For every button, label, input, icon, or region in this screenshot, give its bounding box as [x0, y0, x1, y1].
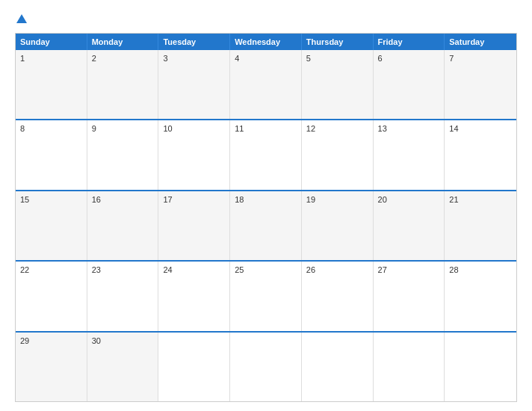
day-number: 27 [378, 265, 387, 274]
calendar-cell: 29 [16, 333, 87, 401]
calendar-cell [374, 333, 445, 401]
calendar-week-3: 15161718192021 [16, 190, 516, 260]
logo [15, 13, 27, 25]
day-number: 11 [235, 124, 244, 133]
calendar-cell: 22 [16, 262, 87, 330]
calendar-cell: 9 [87, 120, 159, 189]
day-number: 26 [306, 265, 315, 274]
calendar-cell: 2 [87, 50, 159, 119]
header-day-friday: Friday [374, 34, 445, 50]
calendar-cell: 4 [230, 50, 302, 119]
calendar-cell: 3 [158, 50, 230, 119]
day-number: 4 [235, 54, 239, 63]
day-number: 20 [378, 195, 387, 204]
calendar-cell [230, 333, 302, 401]
day-number: 8 [20, 124, 25, 133]
calendar-cell: 16 [87, 191, 159, 260]
day-number: 30 [92, 336, 101, 345]
day-number: 25 [235, 265, 244, 274]
logo-triangle-icon [16, 14, 27, 23]
day-number: 2 [92, 54, 96, 63]
calendar-cell [302, 333, 374, 401]
calendar-cell: 25 [230, 262, 302, 330]
header-day-monday: Monday [87, 34, 159, 50]
calendar-cell: 30 [87, 333, 159, 401]
logo-line1 [15, 13, 27, 25]
calendar-cell: 14 [445, 120, 516, 189]
day-number: 5 [306, 54, 311, 63]
calendar-cell: 17 [158, 191, 230, 260]
calendar-body: 1234567891011121314151617181920212223242… [16, 50, 516, 401]
header-day-sunday: Sunday [16, 34, 87, 50]
calendar-cell: 6 [374, 50, 445, 119]
day-number: 24 [163, 265, 172, 274]
calendar-cell: 18 [230, 191, 302, 260]
day-number: 14 [449, 124, 458, 133]
calendar-cell: 7 [445, 50, 516, 119]
calendar-cell: 24 [158, 262, 230, 330]
page: SundayMondayTuesdayWednesdayThursdayFrid… [0, 0, 532, 411]
day-number: 21 [449, 195, 458, 204]
header-day-thursday: Thursday [302, 34, 374, 50]
calendar-cell [445, 333, 516, 401]
header-day-saturday: Saturday [445, 34, 516, 50]
day-number: 9 [92, 124, 96, 133]
calendar-week-1: 1234567 [16, 50, 516, 119]
day-number: 1 [20, 54, 25, 63]
calendar-cell: 26 [302, 262, 374, 330]
day-number: 16 [92, 195, 101, 204]
day-number: 3 [163, 54, 167, 63]
calendar: SundayMondayTuesdayWednesdayThursdayFrid… [15, 33, 517, 402]
calendar-cell: 15 [16, 191, 87, 260]
calendar-cell: 8 [16, 120, 87, 189]
day-number: 19 [306, 195, 315, 204]
header [15, 13, 517, 25]
day-number: 22 [20, 265, 29, 274]
calendar-cell: 19 [302, 191, 374, 260]
calendar-cell: 13 [374, 120, 445, 189]
day-number: 12 [306, 124, 315, 133]
calendar-week-4: 22232425262728 [16, 260, 516, 330]
calendar-cell: 27 [374, 262, 445, 330]
calendar-week-5: 2930 [16, 331, 516, 401]
calendar-week-2: 891011121314 [16, 119, 516, 189]
calendar-cell: 5 [302, 50, 374, 119]
day-number: 23 [92, 265, 101, 274]
calendar-cell: 28 [445, 262, 516, 330]
calendar-cell [158, 333, 230, 401]
day-number: 28 [449, 265, 458, 274]
day-number: 13 [378, 124, 387, 133]
day-number: 7 [449, 54, 454, 63]
calendar-cell: 11 [230, 120, 302, 189]
calendar-cell: 21 [445, 191, 516, 260]
header-day-wednesday: Wednesday [230, 34, 302, 50]
day-number: 29 [20, 336, 29, 345]
calendar-cell: 23 [87, 262, 159, 330]
calendar-cell: 1 [16, 50, 87, 119]
calendar-cell: 12 [302, 120, 374, 189]
day-number: 18 [235, 195, 244, 204]
header-day-tuesday: Tuesday [158, 34, 230, 50]
day-number: 17 [163, 195, 172, 204]
calendar-cell: 20 [374, 191, 445, 260]
day-number: 10 [163, 124, 172, 133]
day-number: 15 [20, 195, 29, 204]
calendar-cell: 10 [158, 120, 230, 189]
calendar-header: SundayMondayTuesdayWednesdayThursdayFrid… [16, 34, 516, 50]
day-number: 6 [378, 54, 383, 63]
